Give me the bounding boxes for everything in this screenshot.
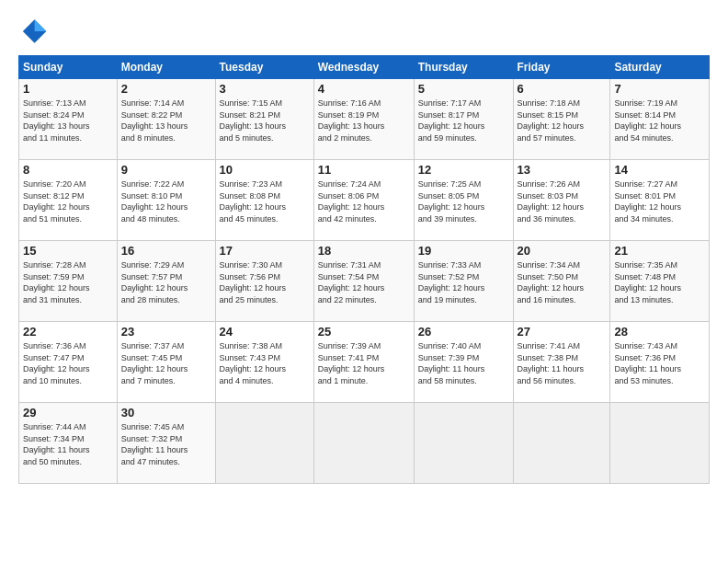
day-cell-24: 24Sunrise: 7:38 AMSunset: 7:43 PMDayligh…	[215, 322, 313, 403]
day-cell-23: 23Sunrise: 7:37 AMSunset: 7:45 PMDayligh…	[117, 322, 215, 403]
day-number: 12	[418, 163, 509, 177]
day-cell-15: 15Sunrise: 7:28 AMSunset: 7:59 PMDayligh…	[19, 241, 118, 322]
day-cell-26: 26Sunrise: 7:40 AMSunset: 7:39 PMDayligh…	[414, 322, 513, 403]
day-cell-18: 18Sunrise: 7:31 AMSunset: 7:54 PMDayligh…	[313, 241, 414, 322]
day-info: Sunrise: 7:22 AMSunset: 8:10 PMDaylight:…	[121, 179, 188, 224]
week-row-5: 29Sunrise: 7:44 AMSunset: 7:34 PMDayligh…	[19, 403, 710, 484]
day-number: 25	[318, 325, 410, 339]
day-info: Sunrise: 7:19 AMSunset: 8:14 PMDaylight:…	[614, 98, 681, 143]
day-number: 1	[23, 82, 113, 96]
day-info: Sunrise: 7:33 AMSunset: 7:52 PMDaylight:…	[418, 260, 485, 304]
day-cell-27: 27Sunrise: 7:41 AMSunset: 7:38 PMDayligh…	[513, 322, 610, 403]
day-info: Sunrise: 7:45 AMSunset: 7:32 PMDaylight:…	[121, 422, 188, 466]
day-number: 19	[418, 244, 509, 258]
day-number: 18	[318, 244, 410, 258]
day-number: 5	[418, 82, 509, 96]
day-number: 22	[23, 325, 113, 339]
day-cell-8: 8Sunrise: 7:20 AMSunset: 8:12 PMDaylight…	[19, 160, 118, 241]
week-row-1: 1Sunrise: 7:13 AMSunset: 8:24 PMDaylight…	[19, 79, 710, 160]
day-cell-19: 19Sunrise: 7:33 AMSunset: 7:52 PMDayligh…	[414, 241, 513, 322]
day-number: 11	[318, 163, 410, 177]
day-info: Sunrise: 7:31 AMSunset: 7:54 PMDaylight:…	[318, 260, 385, 304]
day-number: 29	[23, 406, 113, 419]
week-row-2: 8Sunrise: 7:20 AMSunset: 8:12 PMDaylight…	[19, 160, 710, 241]
day-cell-empty-4-3	[313, 403, 414, 484]
day-info: Sunrise: 7:28 AMSunset: 7:59 PMDaylight:…	[23, 260, 90, 304]
day-cell-11: 11Sunrise: 7:24 AMSunset: 8:06 PMDayligh…	[313, 160, 414, 241]
day-info: Sunrise: 7:23 AMSunset: 8:08 PMDaylight:…	[220, 179, 287, 224]
day-number: 16	[121, 244, 211, 258]
calendar-header-row: Sunday Monday Tuesday Wednesday Thursday…	[19, 56, 710, 79]
day-info: Sunrise: 7:14 AMSunset: 8:22 PMDaylight:…	[121, 98, 188, 143]
day-cell-3: 3Sunrise: 7:15 AMSunset: 8:21 PMDaylight…	[215, 79, 313, 160]
day-number: 30	[121, 406, 211, 419]
day-number: 23	[121, 325, 211, 339]
day-cell-9: 9Sunrise: 7:22 AMSunset: 8:10 PMDaylight…	[117, 160, 215, 241]
day-cell-12: 12Sunrise: 7:25 AMSunset: 8:05 PMDayligh…	[414, 160, 513, 241]
day-cell-21: 21Sunrise: 7:35 AMSunset: 7:48 PMDayligh…	[610, 241, 710, 322]
col-monday: Monday	[117, 56, 215, 79]
day-cell-17: 17Sunrise: 7:30 AMSunset: 7:56 PMDayligh…	[215, 241, 313, 322]
week-row-4: 22Sunrise: 7:36 AMSunset: 7:47 PMDayligh…	[19, 322, 710, 403]
day-cell-29: 29Sunrise: 7:44 AMSunset: 7:34 PMDayligh…	[19, 403, 118, 484]
day-cell-6: 6Sunrise: 7:18 AMSunset: 8:15 PMDaylight…	[513, 79, 610, 160]
day-cell-13: 13Sunrise: 7:26 AMSunset: 8:03 PMDayligh…	[513, 160, 610, 241]
day-cell-empty-4-4	[414, 403, 513, 484]
day-number: 8	[23, 163, 113, 177]
day-info: Sunrise: 7:13 AMSunset: 8:24 PMDaylight:…	[23, 98, 90, 143]
day-info: Sunrise: 7:26 AMSunset: 8:03 PMDaylight:…	[518, 179, 585, 224]
day-info: Sunrise: 7:20 AMSunset: 8:12 PMDaylight:…	[23, 179, 90, 224]
day-cell-1: 1Sunrise: 7:13 AMSunset: 8:24 PMDaylight…	[19, 79, 118, 160]
day-info: Sunrise: 7:38 AMSunset: 7:43 PMDaylight:…	[220, 341, 287, 385]
day-number: 26	[418, 325, 509, 339]
day-cell-2: 2Sunrise: 7:14 AMSunset: 8:22 PMDaylight…	[117, 79, 215, 160]
col-tuesday: Tuesday	[215, 56, 313, 79]
day-number: 14	[614, 163, 705, 177]
svg-marker-1	[35, 19, 47, 31]
col-friday: Friday	[513, 56, 610, 79]
day-cell-25: 25Sunrise: 7:39 AMSunset: 7:41 PMDayligh…	[313, 322, 414, 403]
header-area	[18, 17, 710, 46]
day-info: Sunrise: 7:15 AMSunset: 8:21 PMDaylight:…	[220, 98, 287, 143]
day-info: Sunrise: 7:24 AMSunset: 8:06 PMDaylight:…	[318, 179, 385, 224]
day-cell-empty-4-6	[610, 403, 710, 484]
day-number: 28	[614, 325, 705, 339]
col-saturday: Saturday	[610, 56, 710, 79]
day-info: Sunrise: 7:40 AMSunset: 7:39 PMDaylight:…	[418, 341, 485, 385]
day-number: 21	[614, 244, 705, 258]
day-info: Sunrise: 7:39 AMSunset: 7:41 PMDaylight:…	[318, 341, 385, 385]
day-number: 3	[220, 82, 310, 96]
day-info: Sunrise: 7:36 AMSunset: 7:47 PMDaylight:…	[23, 341, 90, 385]
day-number: 20	[518, 244, 607, 258]
day-info: Sunrise: 7:27 AMSunset: 8:01 PMDaylight:…	[614, 179, 681, 224]
day-number: 6	[518, 82, 607, 96]
day-cell-20: 20Sunrise: 7:34 AMSunset: 7:50 PMDayligh…	[513, 241, 610, 322]
day-cell-empty-4-5	[513, 403, 610, 484]
week-row-3: 15Sunrise: 7:28 AMSunset: 7:59 PMDayligh…	[19, 241, 710, 322]
day-info: Sunrise: 7:30 AMSunset: 7:56 PMDaylight:…	[220, 260, 287, 304]
day-cell-16: 16Sunrise: 7:29 AMSunset: 7:57 PMDayligh…	[117, 241, 215, 322]
day-number: 24	[220, 325, 310, 339]
day-cell-14: 14Sunrise: 7:27 AMSunset: 8:01 PMDayligh…	[610, 160, 710, 241]
day-number: 7	[614, 82, 705, 96]
day-info: Sunrise: 7:43 AMSunset: 7:36 PMDaylight:…	[614, 341, 681, 385]
day-number: 15	[23, 244, 113, 258]
day-cell-5: 5Sunrise: 7:17 AMSunset: 8:17 PMDaylight…	[414, 79, 513, 160]
day-info: Sunrise: 7:41 AMSunset: 7:38 PMDaylight:…	[518, 341, 585, 385]
day-number: 10	[220, 163, 310, 177]
col-wednesday: Wednesday	[313, 56, 414, 79]
day-info: Sunrise: 7:34 AMSunset: 7:50 PMDaylight:…	[518, 260, 585, 304]
day-info: Sunrise: 7:37 AMSunset: 7:45 PMDaylight:…	[121, 341, 188, 385]
day-info: Sunrise: 7:44 AMSunset: 7:34 PMDaylight:…	[23, 422, 90, 466]
day-cell-22: 22Sunrise: 7:36 AMSunset: 7:47 PMDayligh…	[19, 322, 118, 403]
day-info: Sunrise: 7:35 AMSunset: 7:48 PMDaylight:…	[614, 260, 681, 304]
day-cell-10: 10Sunrise: 7:23 AMSunset: 8:08 PMDayligh…	[215, 160, 313, 241]
page: Sunday Monday Tuesday Wednesday Thursday…	[0, 0, 728, 563]
day-info: Sunrise: 7:17 AMSunset: 8:17 PMDaylight:…	[418, 98, 485, 143]
day-info: Sunrise: 7:16 AMSunset: 8:19 PMDaylight:…	[318, 98, 385, 143]
day-cell-4: 4Sunrise: 7:16 AMSunset: 8:19 PMDaylight…	[313, 79, 414, 160]
day-number: 4	[318, 82, 410, 96]
calendar-table: Sunday Monday Tuesday Wednesday Thursday…	[18, 55, 710, 484]
day-number: 13	[518, 163, 607, 177]
logo	[18, 17, 51, 46]
